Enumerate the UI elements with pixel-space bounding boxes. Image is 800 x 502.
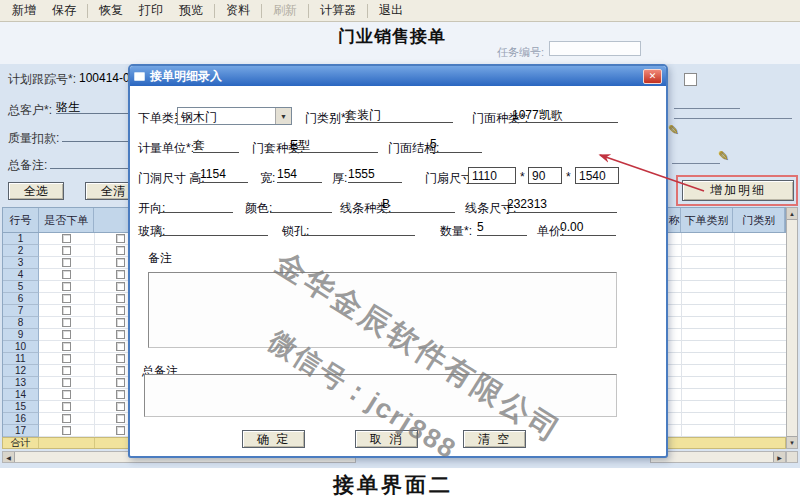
scroll-up-icon[interactable]: ▲ [787, 208, 797, 220]
pencil-edit-icon[interactable]: ✎ [668, 122, 679, 137]
frame-type-value[interactable]: E型 [290, 137, 378, 153]
right-grid-header: 称下单类别门类别 [650, 207, 786, 233]
vertical-scrollbar[interactable]: ▲ ▼ [786, 207, 798, 449]
door-face-value[interactable]: 1077凯歌 [512, 107, 618, 123]
header-checkbox[interactable] [684, 73, 697, 86]
right-horizontal-scrollbar[interactable]: ▶ [650, 451, 786, 463]
total-remark-label: 总备注: [8, 157, 47, 174]
row-checkbox[interactable] [116, 306, 125, 315]
toolbar-button[interactable]: 预览 [171, 1, 211, 20]
row-checkbox[interactable] [116, 414, 125, 423]
toolbar-button[interactable]: 新增 [4, 1, 44, 20]
cancel-button[interactable]: 取 消 [355, 430, 418, 448]
ok-button[interactable]: 确 定 [242, 430, 305, 448]
order-type-value: 钢木门 [178, 108, 275, 124]
toolbar-button[interactable]: 计算器 [312, 1, 364, 20]
row-checkbox[interactable] [62, 354, 71, 363]
right-grid-rows [650, 233, 786, 437]
row-checkbox[interactable] [62, 246, 71, 255]
toolbar-separator [367, 4, 368, 18]
scroll-down-icon[interactable]: ▼ [787, 436, 797, 448]
row-checkbox[interactable] [62, 318, 71, 327]
row-number-cell: 5 [3, 281, 39, 293]
glass-value[interactable] [160, 220, 268, 236]
row-checkbox[interactable] [62, 282, 71, 291]
task-number-input[interactable] [549, 41, 641, 56]
row-checkbox[interactable] [62, 390, 71, 399]
row-checkbox[interactable] [116, 354, 125, 363]
row-checkbox[interactable] [116, 282, 125, 291]
close-icon[interactable]: ✕ [643, 69, 662, 84]
row-checkbox[interactable] [116, 342, 125, 351]
row-checkbox[interactable] [116, 366, 125, 375]
row-checkbox[interactable] [62, 426, 71, 435]
note-textarea[interactable] [148, 272, 617, 348]
toolbar-button[interactable]: 恢复 [91, 1, 131, 20]
line-size-value[interactable]: 232313 [507, 197, 617, 213]
total-remark-value[interactable] [50, 154, 128, 169]
select-all-button[interactable]: 全选 [8, 182, 64, 200]
customer-value[interactable]: 骆生 [56, 99, 128, 114]
row-checkbox[interactable] [116, 378, 125, 387]
row-checkbox[interactable] [62, 258, 71, 267]
checkbox-cell [39, 269, 95, 281]
total-note-textarea[interactable] [144, 374, 617, 417]
row-checkbox[interactable] [62, 378, 71, 387]
door-category-value[interactable]: 套装门 [345, 107, 453, 123]
face-structure-value[interactable]: 5 [430, 137, 482, 153]
toolbar-button[interactable]: 退出 [371, 1, 411, 20]
row-checkbox[interactable] [116, 318, 125, 327]
scroll-right-icon[interactable]: ▶ [773, 452, 785, 462]
hole-height-value[interactable]: 1154 [200, 167, 248, 183]
dialog-titlebar[interactable]: 接单明细录入 ✕ [130, 66, 666, 86]
leaf-size-input-1[interactable]: 1110 [468, 167, 516, 184]
row-checkbox[interactable] [62, 342, 71, 351]
leaf-size-input-3[interactable]: 1540 [575, 167, 619, 184]
row-checkbox[interactable] [62, 306, 71, 315]
row-checkbox[interactable] [116, 234, 125, 243]
checkbox-cell [39, 401, 95, 413]
quantity-value[interactable]: 5 [477, 220, 527, 236]
pencil-edit-icon[interactable]: ✎ [718, 148, 729, 163]
column-header: 是否下单 [39, 208, 95, 232]
dialog-icon [134, 72, 145, 81]
row-checkbox[interactable] [62, 414, 71, 423]
clear-button[interactable]: 清 空 [463, 430, 526, 448]
row-number-cell: 9 [3, 329, 39, 341]
row-checkbox[interactable] [116, 246, 125, 255]
row-checkbox[interactable] [62, 294, 71, 303]
order-type-select[interactable]: 钢木门 ▼ [177, 107, 292, 125]
row-checkbox[interactable] [116, 258, 125, 267]
row-checkbox[interactable] [62, 330, 71, 339]
quality-deduction-value[interactable] [62, 127, 128, 142]
toolbar-button[interactable]: 保存 [44, 1, 84, 20]
unit-value[interactable]: 套 [193, 137, 239, 153]
checkbox-cell [39, 293, 95, 305]
row-checkbox[interactable] [62, 402, 71, 411]
lock-hole-value[interactable] [305, 220, 415, 236]
row-checkbox[interactable] [116, 330, 125, 339]
row-checkbox[interactable] [116, 294, 125, 303]
open-direction-value[interactable] [158, 197, 233, 213]
scroll-left-icon[interactable]: ◀ [3, 452, 15, 462]
row-checkbox[interactable] [116, 270, 125, 279]
hole-thickness-value[interactable]: 1555 [348, 167, 402, 183]
row-checkbox[interactable] [116, 402, 125, 411]
leaf-size-input-2[interactable]: 90 [528, 167, 562, 184]
line-type-value[interactable]: B [382, 197, 455, 213]
toolbar-button[interactable]: 打印 [131, 1, 171, 20]
chevron-down-icon[interactable]: ▼ [275, 108, 291, 124]
unit-price-value[interactable]: 0.00 [560, 220, 616, 236]
row-checkbox[interactable] [62, 366, 71, 375]
row-checkbox[interactable] [62, 270, 71, 279]
toolbar-button[interactable]: 资料 [218, 1, 258, 20]
gridline [734, 233, 735, 437]
hole-width-value[interactable]: 154 [277, 167, 322, 183]
row-checkbox[interactable] [116, 390, 125, 399]
color-value[interactable] [270, 197, 332, 213]
multiply-sign: * [566, 170, 571, 184]
scrollbar-corner [786, 451, 798, 463]
checkbox-cell [39, 233, 95, 245]
row-checkbox[interactable] [62, 234, 71, 243]
row-checkbox[interactable] [116, 426, 125, 435]
